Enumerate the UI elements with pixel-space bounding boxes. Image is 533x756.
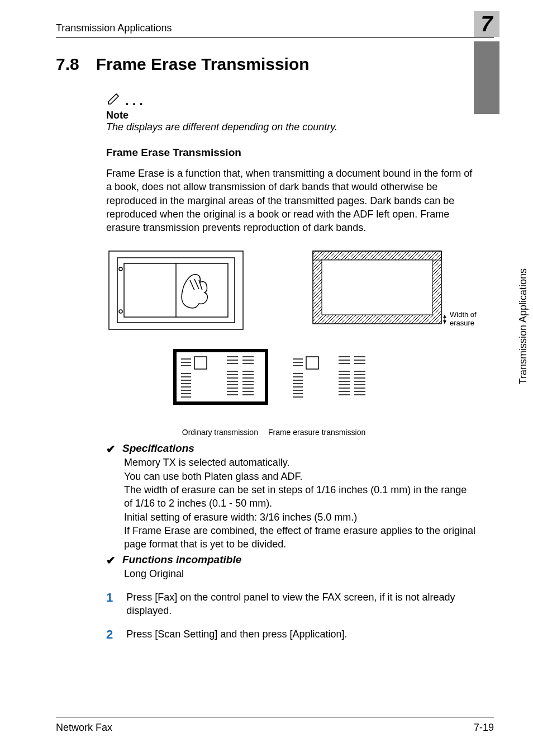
step-1-text: Press [Fax] on the control panel to view…	[126, 590, 477, 618]
header-rule	[56, 37, 494, 38]
svg-marker-18	[443, 320, 446, 324]
incompatible-heading-row: ✔ Functions incompatible	[106, 554, 494, 567]
side-chapter-label: Chapter 7	[517, 45, 529, 112]
incompatible-heading: Functions incompatible	[122, 554, 241, 567]
spec-line-1: You can use both Platen glass and ADF.	[124, 470, 477, 483]
spec-line-2: The width of erasure can be set in steps…	[124, 483, 477, 511]
spec-line-0: Memory TX is selected automatically.	[124, 456, 477, 469]
transmission-compare-figure	[173, 346, 533, 424]
side-chapter-background	[474, 41, 499, 114]
footer-rule	[56, 717, 494, 717]
intro-paragraph: Frame Erase is a function that, when tra…	[106, 167, 477, 234]
note-label: Note	[106, 110, 494, 121]
svg-rect-11	[313, 251, 441, 260]
section-title: Frame Erase Transmission	[96, 55, 310, 74]
page-footer: Network Fax 7-19	[56, 717, 494, 734]
check-icon: ✔	[106, 554, 116, 567]
chapter-number-badge: 7	[474, 11, 499, 37]
section-number: 7.8	[56, 55, 79, 74]
svg-rect-14	[432, 251, 441, 324]
subsection-title: Frame Erase Transmission	[106, 147, 494, 159]
pencil-icon	[106, 89, 123, 108]
side-section-label: Transmission Applications	[517, 268, 529, 492]
section-heading: 7.8 Frame Erase Transmission	[56, 55, 494, 74]
step-2-text: Press [Scan Setting] and then press [App…	[126, 627, 347, 642]
svg-rect-15	[322, 260, 432, 315]
incompatible-body: Long Original	[124, 567, 477, 580]
step-2-row: 2 Press [Scan Setting] and then press [A…	[106, 627, 494, 642]
specifications-heading: Specifications	[122, 442, 194, 456]
scanner-and-erasure-figure: Width of erasure	[106, 245, 497, 346]
step-2-number: 2	[106, 627, 113, 642]
running-head: Transmission Applications	[56, 22, 494, 34]
footer-left: Network Fax	[56, 722, 112, 734]
spec-line-3: Initial setting of erasure width: 3/16 i…	[124, 511, 477, 524]
figure-block: Width of erasure	[106, 245, 494, 437]
check-icon: ✔	[106, 442, 116, 456]
footer-right: 7-19	[474, 722, 494, 734]
width-label-line1: Width of	[450, 310, 477, 319]
spec-line-4: If Frame Erase are combined, the effect …	[124, 524, 477, 551]
caption-ordinary: Ordinary transmission	[182, 428, 258, 437]
svg-point-5	[119, 310, 122, 313]
svg-rect-12	[313, 315, 441, 324]
caption-erasure: Frame erasure transmission	[268, 428, 365, 437]
step-1-number: 1	[106, 590, 113, 618]
svg-line-6	[190, 280, 194, 290]
svg-point-4	[119, 267, 122, 271]
specifications-heading-row: ✔ Specifications	[106, 442, 494, 456]
width-label-line2: erasure	[450, 319, 474, 327]
step-1-row: 1 Press [Fax] on the control panel to vi…	[106, 590, 494, 618]
ellipsis-icon: ...	[125, 93, 146, 108]
svg-marker-17	[443, 315, 446, 318]
note-body: The displays are different depending on …	[106, 121, 494, 133]
note-block: ... Note The displays are different depe…	[106, 89, 494, 133]
svg-line-7	[194, 279, 199, 289]
svg-rect-13	[313, 251, 322, 324]
